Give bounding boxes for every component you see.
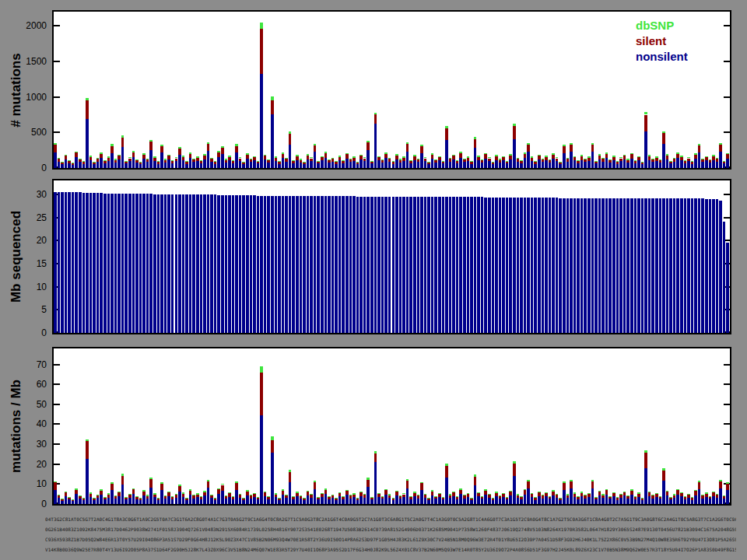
bar-segment-silent xyxy=(634,161,637,163)
bar-segment-silent xyxy=(538,492,541,496)
bar-segment-nonsilent xyxy=(289,482,292,504)
bar-segment-nonsilent xyxy=(726,490,729,504)
y-tick-label: 30 xyxy=(0,190,47,199)
bar-segment-dbsnp xyxy=(409,160,412,161)
bar-segment-silent xyxy=(214,499,217,500)
bar-segment-nonsilent xyxy=(694,159,697,168)
bar-segment-dbsnp xyxy=(442,161,445,162)
bar-segment-silent xyxy=(192,159,195,162)
sample-label-row: 04T3G2C81AT0C5G7T2A0C4G1T8A3C0G6T1A9C2G5… xyxy=(45,514,736,524)
tick-mark xyxy=(724,423,730,425)
plot-area-mutation-rate xyxy=(52,347,731,506)
bar-segment-silent xyxy=(82,499,86,500)
bar-segment-dbsnp xyxy=(157,161,160,162)
bar-segment-dbsnp xyxy=(563,481,566,483)
bar-segment-nonsilent xyxy=(684,163,687,168)
bar-segment-dbsnp xyxy=(531,493,534,494)
bar-segment-dbsnp xyxy=(232,496,235,497)
plot-area-mutations: dbSNP silent nonsilent xyxy=(52,10,731,170)
bar-segment-dbsnp xyxy=(200,496,203,497)
bar-segment-mb xyxy=(538,198,541,333)
bar-segment-dbsnp xyxy=(648,155,651,156)
bar-segment-dbsnp xyxy=(402,156,405,157)
bar-segment-dbsnp xyxy=(307,154,310,156)
bar-segment-mb xyxy=(726,243,729,333)
bar-segment-dbsnp xyxy=(484,153,487,155)
bar-segment-silent xyxy=(349,495,352,498)
bar-segment-mb xyxy=(103,194,107,333)
bar-segment-mb xyxy=(271,196,274,333)
bar-segment-dbsnp xyxy=(673,494,676,495)
bar-segment-dbsnp xyxy=(594,497,598,498)
bar-segment-silent xyxy=(395,156,398,159)
bar-segment-silent xyxy=(445,466,448,478)
bar-segment-dbsnp xyxy=(492,162,495,163)
bar-segment-silent xyxy=(467,494,470,497)
tick-mark xyxy=(724,131,730,133)
y-tick-label: 1000 xyxy=(0,93,47,102)
bar-segment-mb xyxy=(121,194,124,333)
bar-segment-silent xyxy=(673,159,676,162)
bar-segment-mb xyxy=(495,198,498,333)
bar-segment-nonsilent xyxy=(200,499,203,504)
bar-segment-silent xyxy=(705,157,708,160)
bar-segment-nonsilent xyxy=(217,157,220,168)
bar-segment-dbsnp xyxy=(459,488,462,490)
bar-segment-dbsnp xyxy=(250,159,253,159)
bar-segment-silent xyxy=(719,145,722,152)
bar-segment-silent xyxy=(356,499,359,500)
bar-segment-nonsilent xyxy=(79,499,82,504)
bar-segment-silent xyxy=(456,497,459,499)
bar-segment-dbsnp xyxy=(659,159,662,160)
bar-segment-dbsnp xyxy=(395,491,398,492)
bar-segment-nonsilent xyxy=(492,164,495,168)
bar-segment-silent xyxy=(698,145,701,152)
bar-segment-silent xyxy=(520,161,523,163)
tick-mark xyxy=(54,443,60,445)
bar-segment-silent xyxy=(566,159,570,162)
bar-segment-silent xyxy=(128,495,132,498)
bar-segment-dbsnp xyxy=(192,159,195,159)
bar-segment-nonsilent xyxy=(524,495,527,504)
bar-segment-nonsilent xyxy=(79,162,82,168)
bar-segment-silent xyxy=(275,158,278,161)
bar-segment-nonsilent xyxy=(608,499,612,504)
bar-segment-silent xyxy=(524,154,527,159)
bar-segment-nonsilent xyxy=(135,163,139,168)
bar-segment-silent xyxy=(214,162,217,163)
bar-segment-nonsilent xyxy=(328,499,331,505)
bar-segment-mb xyxy=(424,197,427,333)
bar-segment-nonsilent xyxy=(171,499,174,504)
y-tick-label: 20 xyxy=(0,236,47,245)
bar-segment-dbsnp xyxy=(345,490,349,492)
bar-segment-dbsnp xyxy=(726,482,729,484)
bar-segment-nonsilent xyxy=(278,500,281,504)
bar-segment-dbsnp xyxy=(72,163,75,163)
bar-segment-nonsilent xyxy=(605,495,608,504)
bar-segment-dbsnp xyxy=(267,496,270,497)
bar-segment-dbsnp xyxy=(673,158,676,159)
bar-segment-silent xyxy=(203,156,206,159)
bar-segment-nonsilent xyxy=(100,495,103,504)
bar-segment-mb xyxy=(157,194,160,333)
bar-segment-silent xyxy=(242,499,245,500)
bar-segment-silent xyxy=(594,498,598,499)
bar-segment-nonsilent xyxy=(58,162,61,168)
bar-segment-dbsnp xyxy=(65,155,68,156)
bar-segment-nonsilent xyxy=(103,499,107,504)
bar-segment-silent xyxy=(185,162,188,163)
bar-segment-silent xyxy=(648,492,651,495)
bar-segment-silent xyxy=(502,494,505,497)
bar-segment-mb xyxy=(189,194,192,333)
bar-segment-dbsnp xyxy=(502,493,505,494)
bar-segment-silent xyxy=(61,499,64,501)
bar-segment-nonsilent xyxy=(271,453,274,504)
bar-segment-silent xyxy=(655,494,658,497)
bar-segment-dbsnp xyxy=(210,158,213,159)
bar-segment-mb xyxy=(54,192,57,333)
bar-segment-nonsilent xyxy=(275,161,278,168)
bar-segment-dbsnp xyxy=(65,492,68,492)
bar-segment-silent xyxy=(630,154,633,158)
bar-segment-mb xyxy=(61,192,64,333)
bar-segment-mb xyxy=(300,196,303,333)
